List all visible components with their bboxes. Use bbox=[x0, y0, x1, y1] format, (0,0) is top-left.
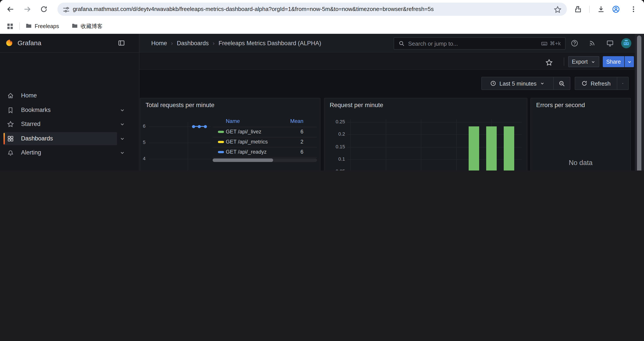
legend-value: 6 bbox=[277, 149, 303, 155]
sidebar-item-dashboards[interactable]: Dashboards bbox=[0, 132, 132, 145]
active-item-accent bbox=[4, 133, 5, 144]
time-controls: Last 5 minutes bbox=[481, 77, 570, 90]
chevron-down-icon[interactable] bbox=[119, 150, 126, 156]
sidebar-item-alerting[interactable]: Alerting bbox=[0, 146, 132, 159]
forward-icon[interactable] bbox=[23, 5, 31, 13]
bar bbox=[469, 126, 479, 171]
chevron-down-icon[interactable] bbox=[119, 121, 126, 127]
legend-divider bbox=[212, 127, 317, 127]
legend-value: 6 bbox=[277, 129, 303, 135]
refresh-controls: Refresh bbox=[575, 77, 629, 90]
legend-divider bbox=[212, 147, 317, 147]
bookmark-icon bbox=[7, 107, 14, 114]
chart-area: 0.250.20.150.10.05017:37:0017:38:0017:39… bbox=[324, 98, 527, 171]
refresh-label: Refresh bbox=[590, 80, 610, 87]
brand-title[interactable]: Grafana bbox=[18, 39, 41, 47]
legend-value: 2 bbox=[277, 139, 303, 145]
zoom-out-button[interactable] bbox=[554, 77, 570, 90]
extensions-icon[interactable] bbox=[574, 5, 582, 13]
refresh-button[interactable]: Refresh bbox=[575, 77, 617, 90]
sidebar-header: Grafana bbox=[0, 34, 140, 53]
gridline-vertical bbox=[456, 119, 457, 171]
gridline-vertical bbox=[188, 122, 188, 171]
data-point bbox=[198, 125, 200, 128]
help-icon[interactable] bbox=[571, 40, 578, 47]
legend-header[interactable]: Name bbox=[226, 118, 265, 124]
share-menu-button[interactable] bbox=[625, 56, 634, 67]
star-icon bbox=[7, 121, 14, 128]
bar bbox=[504, 126, 514, 171]
grafana-logo[interactable] bbox=[4, 38, 14, 48]
chevron-down-icon[interactable] bbox=[119, 136, 126, 142]
chevron-down-icon bbox=[540, 81, 545, 86]
menu-dots-icon[interactable] bbox=[630, 5, 638, 13]
chevron-down-icon[interactable] bbox=[119, 107, 126, 113]
gridline-vertical bbox=[386, 119, 386, 171]
browser-toolbar: grafana.mathmast.com/d/deytv4rwavabkb/fr… bbox=[0, 0, 644, 19]
rss-icon[interactable] bbox=[588, 40, 596, 47]
bookmark-item-blogs[interactable]: 收藏博客 bbox=[72, 22, 102, 31]
breadcrumb-separator: › bbox=[212, 40, 214, 47]
sidebar-item-home[interactable]: Home bbox=[0, 89, 132, 102]
refresh-interval-button[interactable] bbox=[617, 77, 628, 90]
y-tick-label: 0.15 bbox=[328, 144, 345, 149]
search-input[interactable]: Search or jump to... ⌘+k bbox=[394, 37, 566, 50]
refresh-icon bbox=[581, 80, 588, 87]
page-scrollbar[interactable] bbox=[635, 34, 644, 171]
y-tick-label: 0.25 bbox=[328, 119, 345, 124]
apps-grid-icon[interactable] bbox=[6, 22, 13, 30]
breadcrumb-current: Freeleaps Metrics Dashboard (ALPHA) bbox=[218, 40, 321, 47]
search-placeholder: Search or jump to... bbox=[408, 40, 538, 47]
monitor-icon[interactable] bbox=[606, 40, 614, 47]
sidebar-item-bookmarks[interactable]: Bookmarks bbox=[0, 104, 132, 117]
sidebar: Grafana Home Bookmarks Starred bbox=[0, 34, 140, 171]
gridline-horizontal bbox=[347, 122, 522, 122]
y-tick-label: 0.1 bbox=[328, 156, 345, 162]
zoom-out-icon bbox=[558, 80, 565, 87]
back-icon[interactable] bbox=[6, 5, 14, 13]
breadcrumb-dashboards[interactable]: Dashboards bbox=[177, 40, 209, 47]
bookmark-star-icon[interactable] bbox=[554, 6, 561, 13]
site-settings-icon[interactable] bbox=[62, 6, 69, 13]
reload-icon[interactable] bbox=[40, 5, 48, 13]
breadcrumb-separator: › bbox=[171, 40, 173, 47]
panel-title[interactable]: Request per minute bbox=[330, 101, 383, 108]
export-button[interactable]: Export bbox=[568, 56, 599, 67]
time-range-label: Last 5 minutes bbox=[500, 80, 536, 87]
user-avatar[interactable] bbox=[621, 38, 631, 48]
legend-scrollbar-thumb[interactable] bbox=[212, 158, 273, 162]
url-bar[interactable]: grafana.mathmast.com/d/deytv4rwavabkb/fr… bbox=[58, 3, 567, 16]
bar bbox=[486, 126, 497, 171]
breadcrumb-home[interactable]: Home bbox=[151, 40, 167, 47]
folder-icon bbox=[26, 22, 32, 30]
series-color-pill bbox=[218, 151, 224, 153]
screen: grafana.mathmast.com/d/deytv4rwavabkb/fr… bbox=[0, 0, 644, 171]
time-range-picker[interactable]: Last 5 minutes bbox=[482, 77, 553, 90]
data-point bbox=[204, 125, 207, 128]
sidebar-item-starred[interactable]: Starred bbox=[0, 118, 132, 131]
bookmark-label: Freeleaps bbox=[35, 23, 59, 30]
actions-divider bbox=[564, 58, 564, 66]
scrollbar-thumb[interactable] bbox=[637, 36, 641, 171]
share-button[interactable]: Share bbox=[603, 56, 624, 67]
data-point bbox=[192, 125, 195, 128]
search-shortcut: ⌘+k bbox=[541, 40, 561, 47]
keyboard-icon bbox=[541, 40, 548, 47]
legend-divider bbox=[212, 137, 317, 137]
favorite-star-icon[interactable] bbox=[545, 59, 553, 66]
bookmarks-bar: Freeleaps 收藏博客 bbox=[0, 19, 644, 34]
legend-header[interactable]: Mean bbox=[268, 118, 303, 124]
y-tick-label: 0.2 bbox=[328, 131, 345, 137]
panel-title[interactable]: Errors per second bbox=[536, 101, 585, 108]
panel-request-per-minute: Request per minute 0.250.20.150.10.05017… bbox=[324, 98, 528, 171]
bookmark-item-freeleaps[interactable]: Freeleaps bbox=[26, 22, 59, 31]
profile-icon[interactable] bbox=[612, 5, 620, 13]
bell-icon bbox=[7, 149, 14, 156]
y-tick-label: 0.05 bbox=[328, 169, 345, 171]
legend-divider bbox=[212, 157, 317, 158]
sidebar-toggle-icon[interactable] bbox=[118, 40, 125, 47]
gridline-horizontal bbox=[149, 159, 211, 159]
panel-title[interactable]: Total requests per minute bbox=[146, 101, 214, 108]
y-tick-label: 6 bbox=[140, 123, 146, 129]
download-icon[interactable] bbox=[597, 5, 605, 13]
